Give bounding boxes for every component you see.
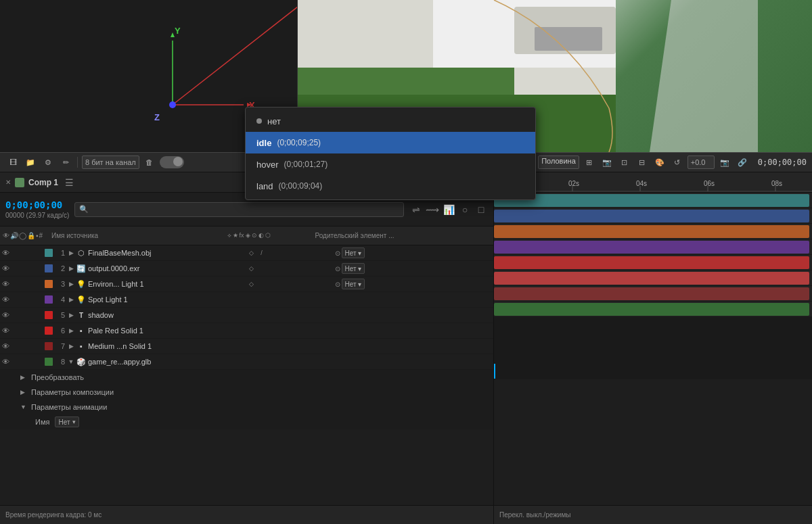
icon-7: ▪ bbox=[76, 342, 87, 350]
color-icon[interactable]: 🎨 bbox=[652, 155, 667, 170]
current-time[interactable]: 0;00;00;00 bbox=[5, 199, 69, 210]
keyframe-1[interactable]: ◇ bbox=[247, 248, 256, 258]
svg-point-5 bbox=[169, 101, 176, 108]
layer-row-3[interactable]: 👁 3 ▶ 💡 Environ... Light 1 ◇ ⊙ Нет ▾ bbox=[0, 277, 493, 292]
track-sub-1 bbox=[494, 317, 812, 333]
visibility-2[interactable]: 👁 bbox=[0, 264, 11, 272]
fit-icon[interactable]: ⊞ bbox=[582, 155, 597, 170]
fx-2: ◇ bbox=[247, 264, 335, 273]
dropdown-item-none[interactable]: нет bbox=[246, 110, 535, 132]
label-4 bbox=[43, 295, 54, 304]
parent-dropdown-1[interactable]: Нет ▾ bbox=[342, 247, 365, 258]
search-box[interactable]: 🔍 bbox=[74, 202, 404, 217]
sub-label-comp: Параметры композиции bbox=[31, 388, 114, 396]
animation-dropdown[interactable]: нет idle (0;00;09;25) hover (0;00;01;27)… bbox=[245, 107, 536, 200]
exposure-value[interactable]: +0.0 bbox=[687, 156, 715, 169]
visibility-6[interactable]: 👁 bbox=[0, 327, 11, 335]
layer-row-8[interactable]: 👁 8 ▼ 🎲 game_re...appy.glb bbox=[0, 354, 493, 370]
layer-row-4[interactable]: 👁 4 ▶ 💡 Spot Light 1 bbox=[0, 292, 493, 308]
track-bar-4 bbox=[494, 241, 809, 254]
track-row-5 bbox=[494, 255, 812, 270]
expand-1[interactable]: ▶ bbox=[66, 249, 76, 256]
name-5: shadow bbox=[87, 311, 247, 319]
track-bar-6 bbox=[494, 272, 809, 285]
settings-icon[interactable]: ⚙ bbox=[41, 155, 55, 170]
keyframe-3[interactable]: ◇ bbox=[247, 279, 256, 289]
pen-icon[interactable]: ✏ bbox=[58, 155, 73, 170]
visibility-8[interactable]: 👁 bbox=[0, 358, 11, 366]
ruler-svg: 0s 02s 04s 06s 08s 10 bbox=[501, 172, 812, 193]
num-3: 3 bbox=[54, 280, 66, 288]
sub-expand-transform[interactable]: ▶ bbox=[20, 374, 28, 381]
name-dropdown-area[interactable]: Нет ▾ bbox=[55, 416, 79, 427]
name-6: Pale Red Solid 1 bbox=[87, 327, 247, 335]
bit-depth-label[interactable]: 8 бит на канал bbox=[82, 156, 139, 169]
dropdown-item-hover[interactable]: hover (0;00;01;27) bbox=[246, 153, 535, 175]
dropdown-item-land[interactable]: land (0;00;09;04) bbox=[246, 175, 535, 197]
sub-transform[interactable]: ▶ Преобразовать bbox=[0, 370, 493, 385]
comp-menu-button[interactable]: ☰ bbox=[65, 177, 74, 188]
num-7: 7 bbox=[54, 342, 66, 350]
layer-row-5[interactable]: 👁 5 ▶ T shadow bbox=[0, 308, 493, 323]
parent-dropdown-2[interactable]: Нет ▾ bbox=[342, 263, 365, 274]
expand-4[interactable]: ▶ bbox=[66, 296, 76, 303]
comp-close-button[interactable]: ✕ bbox=[5, 178, 11, 186]
link-icon[interactable]: 🔗 bbox=[735, 155, 750, 170]
name-value-dropdown[interactable]: Нет ▾ bbox=[55, 416, 79, 427]
sub-expand-anim[interactable]: ▼ bbox=[20, 404, 28, 410]
snapshot-icon[interactable]: 📷 bbox=[600, 155, 614, 170]
expand-3[interactable]: ▶ bbox=[66, 281, 76, 287]
lock-header-icon[interactable]: 🔒 bbox=[27, 232, 35, 239]
keyframe-2[interactable]: ◇ bbox=[247, 264, 256, 273]
visibility-1[interactable]: 👁 bbox=[0, 249, 11, 257]
guides-icon[interactable]: ⊟ bbox=[635, 155, 650, 170]
eye-header-icon[interactable]: 👁 bbox=[3, 232, 9, 239]
sub-expand-comp[interactable]: ▶ bbox=[20, 389, 28, 396]
track-row-3 bbox=[494, 224, 812, 239]
circle-icon[interactable]: ○ bbox=[458, 204, 472, 215]
toggle-icon[interactable] bbox=[160, 156, 184, 168]
properties-icon[interactable]: ⟿ bbox=[426, 204, 439, 215]
track-sub-name bbox=[494, 364, 812, 379]
square-icon[interactable]: □ bbox=[474, 204, 488, 215]
grid-icon[interactable]: ⊡ bbox=[617, 155, 632, 170]
pencil-1[interactable]: / bbox=[257, 248, 267, 258]
visibility-4[interactable]: 👁 bbox=[0, 295, 11, 304]
timeline-ruler[interactable]: 0s 02s 04s 06s 08s 10 bbox=[494, 172, 812, 193]
motion-icon-header: ⊙ bbox=[252, 232, 257, 239]
sub-comp-params[interactable]: ▶ Параметры композиции bbox=[0, 385, 493, 400]
new-composition-icon[interactable]: 🎞 bbox=[5, 155, 20, 170]
open-folder-icon[interactable]: 📁 bbox=[23, 155, 38, 170]
chart-icon[interactable]: 📊 bbox=[442, 204, 455, 215]
parent-dropdown-3[interactable]: Нет ▾ bbox=[342, 279, 365, 289]
expand-5[interactable]: ▶ bbox=[66, 312, 76, 318]
visibility-5[interactable]: 👁 bbox=[0, 311, 11, 319]
svg-text:08s: 08s bbox=[771, 180, 782, 187]
label-land: land bbox=[256, 181, 273, 191]
solo-header-icon[interactable]: ◯ bbox=[19, 232, 26, 239]
timecode-land: (0;00;09;04) bbox=[279, 181, 323, 191]
expand-8[interactable]: ▼ bbox=[66, 358, 76, 365]
layer-row-6[interactable]: 👁 6 ▶ ▪ Pale Red Solid 1 bbox=[0, 323, 493, 339]
camera-icon[interactable]: 📷 bbox=[717, 155, 732, 170]
expand-6[interactable]: ▶ bbox=[66, 327, 76, 334]
audio-header-icon[interactable]: 🔊 bbox=[10, 232, 18, 239]
expand-7[interactable]: ▶ bbox=[66, 343, 76, 350]
dropdown-item-idle[interactable]: idle (0;00;09;25) bbox=[246, 132, 535, 153]
expand-2[interactable]: ▶ bbox=[66, 265, 76, 272]
quality-dropdown[interactable]: Половина bbox=[538, 156, 579, 169]
svg-text:02s: 02s bbox=[568, 180, 579, 187]
layer-row-1[interactable]: 👁 1 ▶ ⬡ FinalBaseMesh.obj ◇ / ⊙ Нет ▾ bbox=[0, 245, 493, 261]
layer-row-7[interactable]: 👁 7 ▶ ▪ Medium ...n Solid 1 bbox=[0, 339, 493, 354]
visibility-3[interactable]: 👁 bbox=[0, 280, 11, 288]
separator-1 bbox=[77, 157, 78, 168]
visibility-7[interactable]: 👁 bbox=[0, 342, 11, 350]
refresh-icon[interactable]: ↺ bbox=[670, 155, 685, 170]
layer-row-2[interactable]: 👁 2 ▶ 🔄 output.0000.exr ◇ ⊙ Нет ▾ bbox=[0, 261, 493, 277]
track-bar-2 bbox=[494, 210, 809, 222]
label-header: ▪ bbox=[36, 232, 39, 239]
parent-2: ⊙ Нет ▾ bbox=[335, 263, 494, 274]
trash-icon[interactable]: 🗑 bbox=[142, 155, 157, 170]
sub-anim-params[interactable]: ▼ Параметры анимации bbox=[0, 400, 493, 414]
link-layers-icon[interactable]: ⇌ bbox=[409, 204, 423, 215]
